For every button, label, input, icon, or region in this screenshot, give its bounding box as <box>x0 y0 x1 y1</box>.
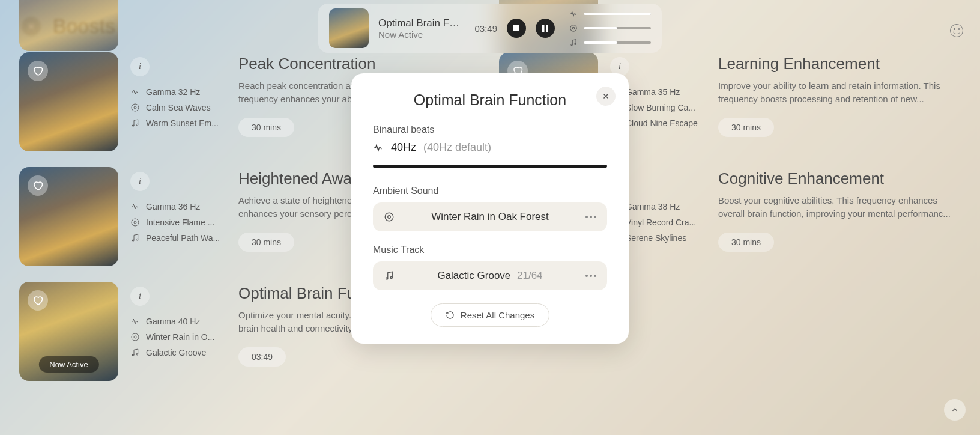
svg-point-35 <box>385 213 393 221</box>
ambient-section-label: Ambient Sound <box>373 186 607 196</box>
reset-button[interactable]: Reset All Changes <box>431 303 549 327</box>
music-section-label: Music Track <box>373 245 607 255</box>
binaural-section-label: Binaural beats <box>373 124 607 135</box>
svg-point-38 <box>390 277 392 279</box>
ambient-option-value: Winter Rain in Oak Forest <box>403 211 577 223</box>
wave-icon <box>373 142 384 153</box>
settings-modal: Optimal Brain Function Binaural beats 40… <box>351 73 629 344</box>
ambient-more-button[interactable] <box>585 216 596 218</box>
music-option-count: 21/64 <box>517 270 543 281</box>
music-more-button[interactable] <box>585 275 596 277</box>
music-option-value: Galactic Groove <box>437 270 510 281</box>
ambient-icon <box>384 211 395 222</box>
frequency-slider[interactable] <box>373 165 607 168</box>
close-icon <box>602 92 610 100</box>
ambient-option-row[interactable]: Winter Rain in Oak Forest <box>373 202 607 231</box>
modal-close-button[interactable] <box>596 87 616 106</box>
music-icon <box>384 270 395 281</box>
modal-overlay[interactable]: Optimal Brain Function Binaural beats 40… <box>0 0 980 435</box>
frequency-default: (40Hz default) <box>423 141 491 154</box>
svg-point-37 <box>386 278 388 279</box>
music-option-row[interactable]: Galactic Groove 21/64 <box>373 261 607 290</box>
reset-icon <box>446 311 455 320</box>
reset-label: Reset All Changes <box>461 310 534 320</box>
modal-title: Optimal Brain Function <box>373 91 607 109</box>
frequency-value: 40Hz <box>391 141 416 154</box>
svg-point-36 <box>388 216 391 219</box>
